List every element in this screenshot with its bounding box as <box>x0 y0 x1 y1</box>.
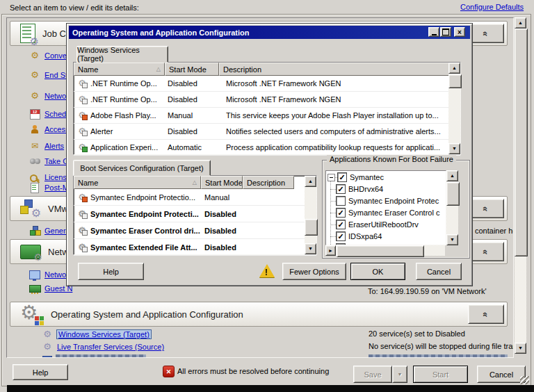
service-row[interactable]: ⚙ Application Experi... Automatic Proces… <box>74 140 460 156</box>
boot-service-row[interactable]: ⚙ Symantec Endpoint Protectio... Manual <box>74 189 316 206</box>
column-header-start-mode[interactable]: Start Mode <box>165 63 219 76</box>
sidebar-item-schedule[interactable]: 12 Schedu <box>28 108 70 120</box>
dialog-help-button[interactable]: Help <box>78 263 144 280</box>
tree-collapse-icon[interactable] <box>327 174 335 181</box>
live-transfer-link[interactable]: Live Transfer Services (Source) <box>57 343 164 351</box>
save-button[interactable]: Save <box>353 366 392 383</box>
column-header-description[interactable]: Description <box>219 63 450 76</box>
boot-table-scrollbar[interactable]: ▲ ▼ <box>305 176 316 254</box>
sidebar-item-end-state[interactable]: ⚙ End Sta <box>28 70 72 81</box>
checkbox-checked[interactable]: ✓ <box>336 220 346 229</box>
tree-item-eraser-control[interactable]: ✓ Symantec Eraser Control c <box>330 207 439 218</box>
boot-service-name: Symantec Eraser Control dri... <box>90 227 201 235</box>
screen: Select an item to view / edit its detail… <box>0 0 534 392</box>
scroll-down-icon[interactable]: ▼ <box>446 234 458 245</box>
scroll-up-icon[interactable]: ▲ <box>515 17 526 28</box>
dialog-cancel-button[interactable]: Cancel <box>416 263 462 280</box>
services-table-scrollbar[interactable]: ▲ ▼ <box>448 63 460 154</box>
column-header-name[interactable]: Name △ <box>74 176 201 189</box>
tree-item-symantec[interactable]: ✓ Symantec <box>327 172 384 183</box>
checkmark-icon: ✓ <box>337 209 343 216</box>
gear-gold-icon: ⚙ <box>28 92 42 100</box>
fewer-options-button[interactable]: Fewer Options <box>282 263 346 280</box>
tree-horizontal-scrollbar[interactable]: ◄ ► <box>325 245 445 256</box>
save-dropdown-button[interactable]: ▼ <box>392 366 407 383</box>
collapse-vmware-section-button[interactable]: « <box>468 199 504 218</box>
tree-hscrollbar-thumb[interactable] <box>337 245 424 257</box>
section-title-job: Job C <box>42 28 66 39</box>
main-scrollbar[interactable]: ▲ ▼ <box>515 17 526 354</box>
sort-ascending-icon: △ <box>156 66 161 72</box>
tree-item-sep[interactable]: Symantec Endpoint Protec <box>330 195 439 206</box>
vmware-general-item[interactable]: General <box>28 225 72 236</box>
sidebar-item-access[interactable]: Access <box>28 124 69 135</box>
checkbox-unchecked[interactable] <box>336 196 346 206</box>
minimize-button[interactable] <box>428 27 439 37</box>
boot-service-row[interactable]: ⚙ Symantec Endpoint Protecti... Disabled <box>74 206 316 222</box>
os-item-live-transfer[interactable]: ⚙ Live Transfer Services (Source) <box>40 341 164 352</box>
dialog-title: Operating System and Application Configu… <box>72 28 249 37</box>
services-scrollbar-thumb[interactable] <box>448 74 462 88</box>
service-row[interactable]: ⚙ .NET Runtime Op... Disabled Microsoft … <box>74 76 460 92</box>
warning-icon: ! <box>259 264 275 277</box>
scroll-down-icon[interactable]: ▼ <box>448 143 460 154</box>
windows-services-link[interactable]: Windows Services (Target) <box>57 330 151 338</box>
tree-item-idsxpa64[interactable]: ✓ IDSxpa64 <box>330 231 382 242</box>
checkbox-checked[interactable]: ✓ <box>336 184 346 194</box>
close-button[interactable]: × <box>454 27 465 37</box>
os-item-windows-services[interactable]: ⚙ Windows Services (Target) <box>40 329 151 340</box>
minimize-icon <box>432 34 437 35</box>
configure-defaults-link[interactable]: Configure Defaults <box>460 3 524 11</box>
service-row[interactable]: ⚙ Adobe Flash Play... Manual This servic… <box>74 108 460 124</box>
sidebar-item-label[interactable]: Take C <box>44 157 68 165</box>
column-header-name[interactable]: Name △ <box>74 63 165 76</box>
checkbox-checked[interactable]: ✓ <box>336 231 346 241</box>
main-scrollbar-thumb[interactable] <box>515 28 528 256</box>
sidebar-item-label[interactable]: Alerts <box>44 142 64 150</box>
resize-grip[interactable] <box>520 376 529 384</box>
scroll-up-icon[interactable]: ▲ <box>305 176 316 187</box>
start-button[interactable]: Start <box>413 366 468 383</box>
boot-scrollbar-thumb[interactable] <box>305 219 318 236</box>
column-start-mode-label: Start Mode <box>169 65 207 74</box>
service-row[interactable]: ⚙ .NET Runtime Op... Disabled Microsoft … <box>74 92 460 108</box>
gear-gold-icon: ⚙ <box>28 51 42 60</box>
sidebar-item-license[interactable]: License <box>28 172 71 183</box>
boot-service-row[interactable]: ⚙ Symantec Eraser Control dri... Disable… <box>74 222 316 239</box>
scroll-down-icon[interactable]: ▼ <box>515 343 526 354</box>
tree-item-bhdrvx64[interactable]: ✓ BHDrvx64 <box>330 183 383 195</box>
dialog-titlebar[interactable]: Operating System and Application Configu… <box>69 26 470 39</box>
dialog-ok-button[interactable]: OK <box>350 263 405 280</box>
service-row[interactable]: ⚙ Alerter Disabled Notifies selected use… <box>74 124 460 140</box>
collapse-os-section-button[interactable]: « <box>468 304 504 324</box>
sidebar-item-alerts[interactable]: ✉ Alerts <box>28 140 64 152</box>
checkbox-checked[interactable]: ✓ <box>337 172 347 182</box>
collapse-network-section-button[interactable]: « <box>468 242 504 261</box>
scroll-down-icon[interactable]: ▼ <box>305 243 316 254</box>
dropdown-arrow-icon: ▼ <box>398 372 403 377</box>
scroll-up-icon[interactable]: ▲ <box>446 170 458 181</box>
help-button[interactable]: Help <box>13 364 68 380</box>
sidebar-item-take-control[interactable]: Take C <box>28 156 68 167</box>
scroll-right-icon[interactable]: ► <box>325 245 336 256</box>
column-header-start-mode[interactable]: Start Mode <box>201 176 243 189</box>
tab-windows-services[interactable]: Windows Services (Target) <box>76 46 168 63</box>
sidebar-item-post-migration[interactable]: Post-Mi <box>28 182 70 193</box>
section-header-os-config[interactable]: ⚙ Operating System and Application Confi… <box>10 302 508 327</box>
tab-boot-services[interactable]: Boot Services Configuration (Target) <box>73 160 211 176</box>
cancel-button[interactable]: Cancel <box>477 366 526 383</box>
tree-vertical-scrollbar[interactable]: ▲ ▼ <box>446 170 458 245</box>
service-gear-icon: ⚙ <box>74 79 90 88</box>
boot-service-name: Symantec Endpoint Protectio... <box>90 193 201 202</box>
maximize-button[interactable] <box>440 27 451 37</box>
tree-scrollbar-thumb[interactable] <box>446 182 460 206</box>
os-item-clipped[interactable] <box>40 354 57 358</box>
cubes-small-icon <box>28 226 42 236</box>
service-description: Process application compatibility lookup… <box>219 143 442 152</box>
checkbox-checked[interactable]: ✓ <box>336 208 346 218</box>
boot-service-row[interactable]: ⚙ Symantec Extended File Att... Disabled <box>74 239 316 256</box>
tree-item-eraserutil[interactable]: ✓ EraserUtilRebootDrv <box>330 219 419 230</box>
collapse-job-section-button[interactable]: « <box>468 24 504 43</box>
scroll-up-icon[interactable]: ▲ <box>448 63 460 74</box>
column-header-description[interactable]: Description <box>243 176 294 189</box>
